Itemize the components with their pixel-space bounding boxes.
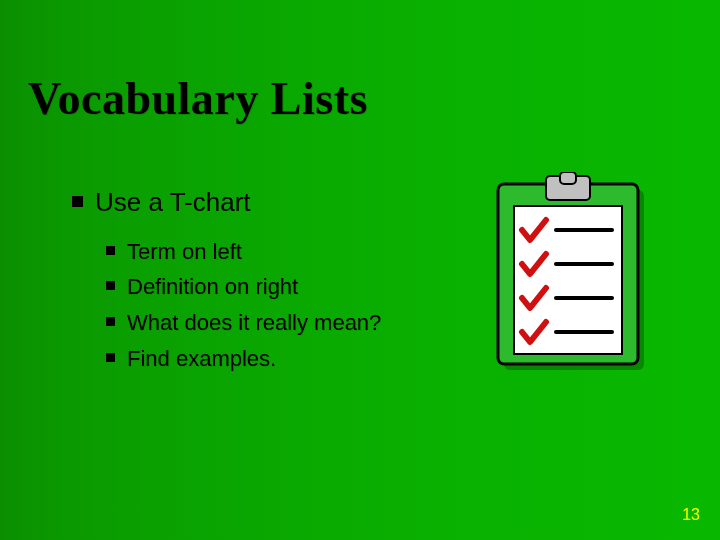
square-bullet-icon — [106, 317, 115, 326]
svg-rect-4 — [560, 172, 576, 184]
square-bullet-icon — [106, 353, 115, 362]
list-item: Definition on right — [106, 272, 472, 302]
slide: Vocabulary Lists Use a T-chart Term on l… — [0, 0, 720, 540]
sub-bullet-text: What does it really mean? — [127, 308, 381, 338]
slide-title: Vocabulary Lists — [28, 72, 368, 125]
list-item: Find examples. — [106, 344, 472, 374]
bullet-level1: Use a T-chart — [72, 186, 472, 219]
sub-bullet-text: Definition on right — [127, 272, 298, 302]
sub-bullet-text: Find examples. — [127, 344, 276, 374]
clipboard-checklist-icon — [492, 172, 662, 382]
list-item: What does it really mean? — [106, 308, 472, 338]
list-item: Term on left — [106, 237, 472, 267]
square-bullet-icon — [72, 196, 83, 207]
bullet-text: Use a T-chart — [95, 186, 251, 219]
sub-bullet-text: Term on left — [127, 237, 242, 267]
page-number: 13 — [682, 506, 700, 524]
square-bullet-icon — [106, 281, 115, 290]
sub-bullet-list: Term on left Definition on right What do… — [106, 237, 472, 374]
square-bullet-icon — [106, 246, 115, 255]
content-area: Use a T-chart Term on left Definition on… — [72, 186, 472, 379]
